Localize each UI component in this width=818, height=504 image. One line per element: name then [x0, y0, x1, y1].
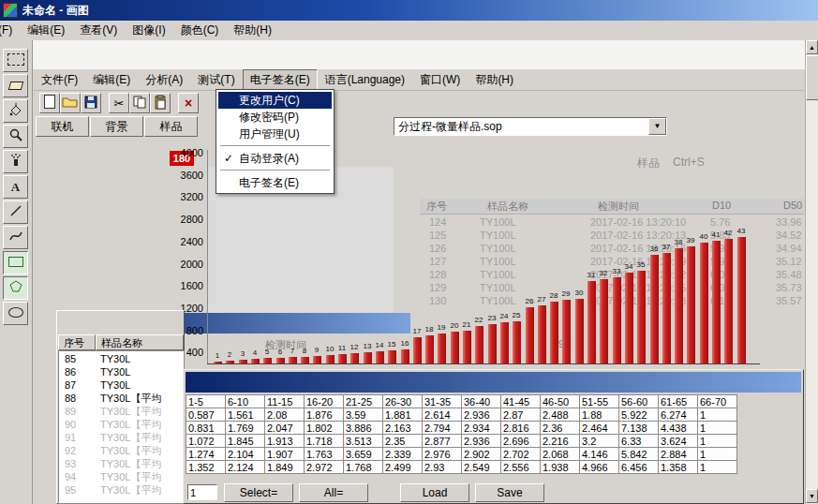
combo-dropdown-arrow[interactable]: ▼: [648, 118, 666, 135]
scroll-up-arrow-icon[interactable]: ▲: [806, 40, 818, 54]
checkmark-icon: ✓: [224, 150, 233, 167]
background-button[interactable]: 背景: [90, 116, 143, 137]
online-button[interactable]: 联机: [36, 116, 89, 137]
popup-menu-item[interactable]: 用户管理(U): [218, 126, 332, 142]
table-cell: 3.886: [344, 422, 383, 435]
chart-bar: [475, 326, 483, 363]
curve-tool[interactable]: [3, 226, 28, 249]
list-item[interactable]: 85TY30L: [59, 352, 184, 365]
distribution-grid: 1-56-1011-1516-2021-2526-3031-3536-4041-…: [186, 394, 737, 474]
table-cell: 2.816: [501, 422, 541, 435]
copy-button[interactable]: [129, 93, 150, 113]
save-button[interactable]: [81, 93, 101, 113]
row-index: 90: [65, 418, 76, 431]
ellipse-tool[interactable]: [3, 302, 28, 325]
popup-menu-item[interactable]: 电子签名(E): [218, 174, 332, 191]
table-cell: 1.876: [305, 408, 344, 422]
list-item[interactable]: 86TY30L: [59, 365, 184, 378]
open-button[interactable]: [60, 93, 81, 113]
paint-menubar: 文件(F)编辑(E)查看(V)图像(I)颜色(C)帮助(H): [0, 21, 818, 41]
table-row[interactable]: 1.0721.8451.9131.7183.5132.352.8772.9362…: [186, 435, 737, 448]
table-cell: 2.068: [541, 448, 580, 461]
app-menu-item[interactable]: 帮助(H): [468, 69, 521, 91]
save-button[interactable]: Save: [475, 483, 544, 502]
free-select-tool[interactable]: [3, 49, 28, 72]
table-row[interactable]: 0.8311.7692.0471.8023.8862.1632.7942.934…: [186, 422, 737, 435]
analyzer-menubar: 文件(F)编辑(E)分析(A)测试(T)电子签名(E)语言(Language)窗…: [34, 69, 804, 91]
copy-icon: [132, 95, 147, 112]
row-index: 87: [65, 378, 76, 392]
scrollbar-thumb[interactable]: [806, 55, 818, 100]
sample-name: TY30L: [100, 378, 130, 392]
table-row[interactable]: 1.3522.1241.8492.9721.7682.4992.932.5492…: [186, 461, 737, 474]
app-menu-item[interactable]: 测试(T): [190, 69, 242, 91]
y-axis-tick-label: 2000: [173, 259, 203, 270]
sample-button[interactable]: 样品: [144, 116, 198, 137]
app-menu-item[interactable]: 语言(Language): [318, 69, 412, 91]
paint-menu-item[interactable]: 查看(V): [72, 21, 125, 41]
count-input[interactable]: [187, 484, 217, 500]
table-cell: 3.513: [344, 435, 383, 448]
sample-name: TY30L【平均: [100, 444, 161, 457]
app-menu-item[interactable]: 编辑(E): [85, 69, 138, 91]
paint-menu-item[interactable]: 图像(I): [125, 21, 172, 41]
popup-menu-item[interactable]: 修改密码(P): [218, 109, 332, 126]
chart-bar: [650, 255, 659, 363]
table-cell: 128: [429, 269, 446, 280]
list-item: 95TY30L【平均: [59, 483, 184, 497]
chart-bar: [575, 299, 584, 363]
eraser-tool[interactable]: [3, 74, 28, 97]
table-cell: 2.124: [226, 461, 265, 474]
popup-menu-item[interactable]: 更改用户(C): [218, 92, 332, 109]
table-row[interactable]: 0.5871.5612.081.8763.591.8812.6142.9362.…: [186, 408, 737, 422]
paint-menu-item[interactable]: 编辑(E): [20, 21, 72, 41]
open-icon: [62, 96, 79, 111]
load-button[interactable]: Load: [400, 483, 469, 502]
table-cell: 126: [429, 243, 446, 254]
y-axis-line: [207, 150, 208, 363]
delete-button[interactable]: ×: [178, 93, 199, 113]
sop-combobox[interactable]: 分过程-微量样品.sop ▼: [394, 117, 667, 136]
fill-tool[interactable]: [3, 99, 28, 123]
paste-button[interactable]: [150, 93, 171, 113]
list-item[interactable]: 87TY30L: [59, 378, 184, 392]
chart-bar: [724, 239, 733, 363]
table-cell: 1: [698, 408, 737, 422]
table-cell: 1.938: [541, 461, 580, 474]
text-tool[interactable]: A: [3, 175, 28, 199]
list-item[interactable]: 88TY30L【平均: [59, 392, 184, 405]
app-menu-item[interactable]: 电子签名(E): [243, 69, 318, 91]
paint-menu-item[interactable]: 帮助(H): [226, 21, 279, 41]
table-cell: 4.438: [659, 422, 698, 435]
polygon-tool[interactable]: [3, 276, 28, 300]
paint-title: 未命名 - 画图: [22, 3, 89, 19]
row-index: 89: [65, 405, 76, 418]
list-item: 92TY30L【平均: [59, 444, 184, 457]
popup-menu-item[interactable]: ✓自动登录(A): [218, 150, 332, 167]
vertical-scrollbar[interactable]: ▲ ▼: [805, 40, 818, 504]
new-button[interactable]: [39, 93, 60, 113]
all-button[interactable]: All=: [299, 483, 368, 502]
app-menu-item[interactable]: 文件(F): [34, 69, 85, 91]
paint-menu-item[interactable]: 文件(F): [0, 21, 20, 41]
text-icon: A: [11, 180, 20, 195]
table-cell: TY100L: [480, 230, 516, 241]
app-menu-item[interactable]: 窗口(W): [412, 69, 468, 91]
table-cell: 124: [429, 216, 446, 228]
sop-combobox-value: 分过程-微量样品.sop: [394, 119, 648, 135]
magnifier-tool[interactable]: [3, 125, 28, 148]
table-row[interactable]: 1.2742.1041.9071.7633.6592.3392.9762.902…: [186, 448, 737, 461]
table-cell: 3.624: [659, 435, 698, 448]
scroll-down-arrow-icon[interactable]: ▼: [806, 489, 818, 503]
paint-menu-item[interactable]: 颜色(C): [173, 21, 227, 41]
airbrush-tool[interactable]: [3, 150, 28, 173]
select-button[interactable]: Select=: [224, 483, 293, 502]
table-cell: 2.702: [501, 448, 541, 461]
chart-bar-label: 16: [397, 339, 412, 348]
app-menu-item[interactable]: 分析(A): [138, 69, 190, 91]
table-cell: 35.12: [776, 256, 802, 267]
line-tool[interactable]: [3, 200, 28, 224]
chart-bar: [388, 350, 396, 363]
rectangle-tool[interactable]: [3, 251, 28, 274]
cut-button[interactable]: ✂: [109, 93, 129, 113]
